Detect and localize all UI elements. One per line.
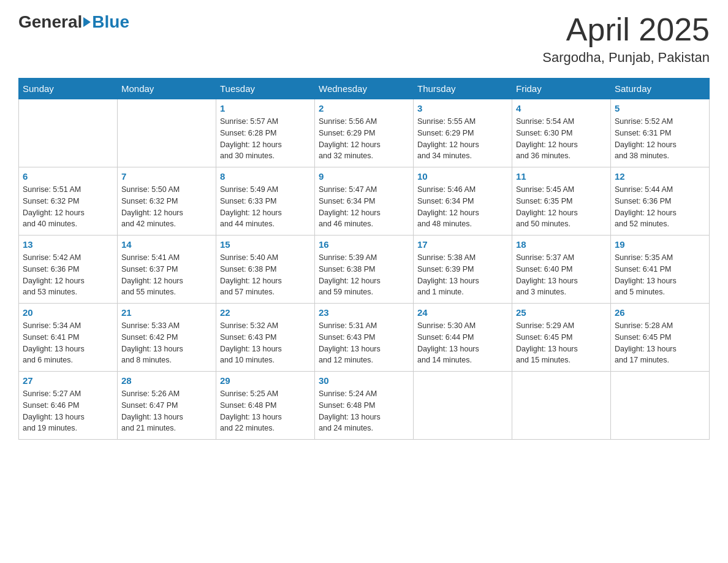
- calendar-cell: [611, 372, 710, 440]
- weekday-header-thursday: Thursday: [414, 79, 512, 99]
- day-number: 25: [516, 307, 607, 318]
- day-info: Sunrise: 5:29 AMSunset: 6:45 PMDaylight:…: [516, 320, 607, 366]
- calendar-cell: 4Sunrise: 5:54 AMSunset: 6:30 PMDaylight…: [512, 99, 611, 167]
- calendar-cell: 6Sunrise: 5:51 AMSunset: 6:32 PMDaylight…: [19, 167, 118, 236]
- day-number: 10: [417, 171, 508, 182]
- calendar-cell: 10Sunrise: 5:46 AMSunset: 6:34 PMDayligh…: [414, 167, 512, 236]
- day-number: 2: [319, 103, 409, 113]
- day-number: 30: [319, 375, 409, 386]
- calendar-cell: 25Sunrise: 5:29 AMSunset: 6:45 PMDayligh…: [512, 304, 611, 372]
- day-number: 20: [23, 307, 113, 318]
- day-info: Sunrise: 5:44 AMSunset: 6:36 PMDaylight:…: [615, 184, 705, 230]
- day-number: 3: [417, 103, 508, 113]
- weekday-header-friday: Friday: [512, 79, 611, 99]
- day-info: Sunrise: 5:28 AMSunset: 6:45 PMDaylight:…: [615, 320, 705, 366]
- calendar-week-row: 13Sunrise: 5:42 AMSunset: 6:36 PMDayligh…: [19, 236, 710, 304]
- calendar-cell: 11Sunrise: 5:45 AMSunset: 6:35 PMDayligh…: [512, 167, 611, 236]
- logo-blue-text: Blue: [92, 12, 129, 32]
- day-info: Sunrise: 5:26 AMSunset: 6:47 PMDaylight:…: [121, 388, 212, 434]
- day-info: Sunrise: 5:30 AMSunset: 6:44 PMDaylight:…: [417, 320, 508, 366]
- logo-arrow-icon: [83, 17, 91, 27]
- calendar-cell: 18Sunrise: 5:37 AMSunset: 6:40 PMDayligh…: [512, 236, 611, 304]
- day-info: Sunrise: 5:39 AMSunset: 6:38 PMDaylight:…: [319, 252, 409, 298]
- day-number: 15: [220, 239, 311, 250]
- day-info: Sunrise: 5:24 AMSunset: 6:48 PMDaylight:…: [319, 388, 409, 434]
- calendar-week-row: 1Sunrise: 5:57 AMSunset: 6:28 PMDaylight…: [19, 99, 710, 167]
- calendar-cell: 2Sunrise: 5:56 AMSunset: 6:29 PMDaylight…: [315, 99, 414, 167]
- calendar-cell: [512, 372, 611, 440]
- calendar-cell: 22Sunrise: 5:32 AMSunset: 6:43 PMDayligh…: [216, 304, 315, 372]
- day-info: Sunrise: 5:40 AMSunset: 6:38 PMDaylight:…: [220, 252, 311, 298]
- day-info: Sunrise: 5:42 AMSunset: 6:36 PMDaylight:…: [23, 252, 113, 298]
- weekday-header-monday: Monday: [118, 79, 216, 99]
- calendar-cell: 14Sunrise: 5:41 AMSunset: 6:37 PMDayligh…: [118, 236, 216, 304]
- calendar-cell: 21Sunrise: 5:33 AMSunset: 6:42 PMDayligh…: [118, 304, 216, 372]
- calendar-cell: 17Sunrise: 5:38 AMSunset: 6:39 PMDayligh…: [414, 236, 512, 304]
- calendar-cell: [19, 99, 118, 167]
- weekday-header-row: SundayMondayTuesdayWednesdayThursdayFrid…: [19, 79, 710, 99]
- calendar-cell: 9Sunrise: 5:47 AMSunset: 6:34 PMDaylight…: [315, 167, 414, 236]
- day-number: 1: [220, 103, 311, 113]
- day-number: 5: [615, 103, 705, 113]
- day-number: 22: [220, 307, 311, 318]
- location-title: Sargodha, Punjab, Pakistan: [542, 50, 710, 66]
- day-info: Sunrise: 5:56 AMSunset: 6:29 PMDaylight:…: [319, 116, 409, 162]
- day-info: Sunrise: 5:35 AMSunset: 6:41 PMDaylight:…: [615, 252, 705, 298]
- day-number: 6: [23, 171, 113, 182]
- calendar-cell: 30Sunrise: 5:24 AMSunset: 6:48 PMDayligh…: [315, 372, 414, 440]
- day-info: Sunrise: 5:41 AMSunset: 6:37 PMDaylight:…: [121, 252, 212, 298]
- day-info: Sunrise: 5:34 AMSunset: 6:41 PMDaylight:…: [23, 320, 113, 366]
- day-number: 21: [121, 307, 212, 318]
- day-info: Sunrise: 5:55 AMSunset: 6:29 PMDaylight:…: [417, 116, 508, 162]
- title-block: April 2025 Sargodha, Punjab, Pakistan: [542, 12, 710, 66]
- day-number: 7: [121, 171, 212, 182]
- calendar-cell: 26Sunrise: 5:28 AMSunset: 6:45 PMDayligh…: [611, 304, 710, 372]
- day-info: Sunrise: 5:51 AMSunset: 6:32 PMDaylight:…: [23, 184, 113, 230]
- weekday-header-wednesday: Wednesday: [315, 79, 414, 99]
- weekday-header-sunday: Sunday: [19, 79, 118, 99]
- day-info: Sunrise: 5:32 AMSunset: 6:43 PMDaylight:…: [220, 320, 311, 366]
- calendar-cell: 8Sunrise: 5:49 AMSunset: 6:33 PMDaylight…: [216, 167, 315, 236]
- day-number: 29: [220, 375, 311, 386]
- day-number: 4: [516, 103, 607, 113]
- calendar-cell: 27Sunrise: 5:27 AMSunset: 6:46 PMDayligh…: [19, 372, 118, 440]
- logo: General Blue: [18, 12, 129, 32]
- day-info: Sunrise: 5:31 AMSunset: 6:43 PMDaylight:…: [319, 320, 409, 366]
- day-number: 17: [417, 239, 508, 250]
- day-info: Sunrise: 5:45 AMSunset: 6:35 PMDaylight:…: [516, 184, 607, 230]
- day-info: Sunrise: 5:57 AMSunset: 6:28 PMDaylight:…: [220, 116, 311, 162]
- calendar-cell: 7Sunrise: 5:50 AMSunset: 6:32 PMDaylight…: [118, 167, 216, 236]
- day-info: Sunrise: 5:33 AMSunset: 6:42 PMDaylight:…: [121, 320, 212, 366]
- day-number: 28: [121, 375, 212, 386]
- day-info: Sunrise: 5:25 AMSunset: 6:48 PMDaylight:…: [220, 388, 311, 434]
- day-number: 19: [615, 239, 705, 250]
- page-header: General Blue April 2025 Sargodha, Punjab…: [18, 12, 710, 66]
- calendar-cell: 3Sunrise: 5:55 AMSunset: 6:29 PMDaylight…: [414, 99, 512, 167]
- day-number: 26: [615, 307, 705, 318]
- calendar-cell: 19Sunrise: 5:35 AMSunset: 6:41 PMDayligh…: [611, 236, 710, 304]
- calendar-week-row: 20Sunrise: 5:34 AMSunset: 6:41 PMDayligh…: [19, 304, 710, 372]
- calendar-cell: 29Sunrise: 5:25 AMSunset: 6:48 PMDayligh…: [216, 372, 315, 440]
- calendar-cell: 20Sunrise: 5:34 AMSunset: 6:41 PMDayligh…: [19, 304, 118, 372]
- weekday-header-saturday: Saturday: [611, 79, 710, 99]
- day-number: 9: [319, 171, 409, 182]
- calendar-cell: 24Sunrise: 5:30 AMSunset: 6:44 PMDayligh…: [414, 304, 512, 372]
- day-info: Sunrise: 5:46 AMSunset: 6:34 PMDaylight:…: [417, 184, 508, 230]
- day-number: 18: [516, 239, 607, 250]
- day-number: 27: [23, 375, 113, 386]
- day-info: Sunrise: 5:50 AMSunset: 6:32 PMDaylight:…: [121, 184, 212, 230]
- calendar-table: SundayMondayTuesdayWednesdayThursdayFrid…: [18, 78, 710, 440]
- day-number: 11: [516, 171, 607, 182]
- day-number: 12: [615, 171, 705, 182]
- calendar-cell: 15Sunrise: 5:40 AMSunset: 6:38 PMDayligh…: [216, 236, 315, 304]
- logo-general-text: General: [18, 12, 82, 32]
- day-info: Sunrise: 5:54 AMSunset: 6:30 PMDaylight:…: [516, 116, 607, 162]
- day-number: 23: [319, 307, 409, 318]
- day-info: Sunrise: 5:37 AMSunset: 6:40 PMDaylight:…: [516, 252, 607, 298]
- calendar-cell: 1Sunrise: 5:57 AMSunset: 6:28 PMDaylight…: [216, 99, 315, 167]
- calendar-cell: [414, 372, 512, 440]
- day-info: Sunrise: 5:52 AMSunset: 6:31 PMDaylight:…: [615, 116, 705, 162]
- day-info: Sunrise: 5:49 AMSunset: 6:33 PMDaylight:…: [220, 184, 311, 230]
- calendar-cell: 28Sunrise: 5:26 AMSunset: 6:47 PMDayligh…: [118, 372, 216, 440]
- calendar-cell: [118, 99, 216, 167]
